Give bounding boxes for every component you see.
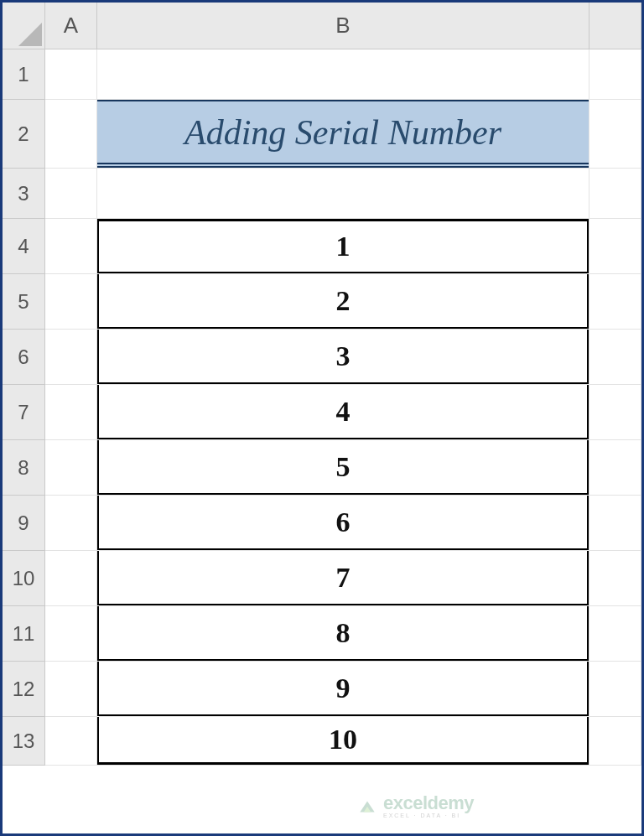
cell-B13[interactable]: 10 <box>97 717 589 766</box>
serial-value: 2 <box>97 274 589 329</box>
cell-B4[interactable]: 1 <box>97 219 589 274</box>
column-header-B[interactable]: B <box>97 3 589 49</box>
cell-C10[interactable] <box>589 551 641 606</box>
watermark: exceldemy EXCEL · DATA · BI <box>356 794 474 818</box>
cell-C9[interactable] <box>589 496 641 551</box>
serial-value: 10 <box>97 717 589 765</box>
cell-A13[interactable] <box>45 717 97 766</box>
cell-A5[interactable] <box>45 274 97 330</box>
row-header-13[interactable]: 13 <box>3 717 45 766</box>
cell-B6[interactable]: 3 <box>97 330 589 385</box>
serial-value: 7 <box>97 551 589 605</box>
cell-B12[interactable]: 9 <box>97 662 589 717</box>
cell-B11[interactable]: 8 <box>97 606 589 662</box>
column-header-C[interactable] <box>589 3 641 49</box>
cell-C7[interactable] <box>589 385 641 440</box>
row-header-1[interactable]: 1 <box>3 49 45 100</box>
svg-marker-0 <box>18 23 42 46</box>
row-header-8[interactable]: 8 <box>3 440 45 496</box>
cell-A12[interactable] <box>45 662 97 717</box>
row-header-9[interactable]: 9 <box>3 496 45 551</box>
row-header-12[interactable]: 12 <box>3 662 45 717</box>
serial-value: 5 <box>97 440 589 495</box>
cell-A8[interactable] <box>45 440 97 496</box>
cell-C2[interactable] <box>589 100 641 169</box>
cell-C6[interactable] <box>589 330 641 385</box>
cell-B7[interactable]: 4 <box>97 385 589 440</box>
cell-C12[interactable] <box>589 662 641 717</box>
cell-A11[interactable] <box>45 606 97 662</box>
column-header-A[interactable]: A <box>45 3 97 49</box>
cell-B10[interactable]: 7 <box>97 551 589 606</box>
cell-C1[interactable] <box>589 49 641 100</box>
row-header-7[interactable]: 7 <box>3 385 45 440</box>
row-header-6[interactable]: 6 <box>3 330 45 385</box>
row-header-10[interactable]: 10 <box>3 551 45 606</box>
spreadsheet-grid: A B 1 2 Adding Serial Number 3 4 1 5 2 <box>3 3 641 766</box>
row-header-5[interactable]: 5 <box>3 274 45 330</box>
cell-C3[interactable] <box>589 169 641 219</box>
cell-B9[interactable]: 6 <box>97 496 589 551</box>
cell-B1[interactable] <box>97 49 589 100</box>
watermark-main: exceldemy <box>383 794 474 813</box>
serial-value: 3 <box>97 330 589 384</box>
spreadsheet-frame: A B 1 2 Adding Serial Number 3 4 1 5 2 <box>0 0 644 836</box>
serial-value: 9 <box>97 662 589 716</box>
cell-C11[interactable] <box>589 606 641 662</box>
cell-A1[interactable] <box>45 49 97 100</box>
serial-value: 4 <box>97 385 589 439</box>
cell-B2[interactable]: Adding Serial Number <box>97 100 589 169</box>
serial-value: 8 <box>97 606 589 661</box>
row-header-2[interactable]: 2 <box>3 100 45 169</box>
serial-value: 6 <box>97 496 589 550</box>
serial-value: 1 <box>97 219 589 273</box>
cell-A9[interactable] <box>45 496 97 551</box>
cell-C4[interactable] <box>589 219 641 274</box>
cell-A7[interactable] <box>45 385 97 440</box>
cell-A10[interactable] <box>45 551 97 606</box>
cell-A6[interactable] <box>45 330 97 385</box>
cell-B8[interactable]: 5 <box>97 440 589 496</box>
select-all-icon <box>18 23 42 46</box>
cell-B3[interactable] <box>97 169 589 219</box>
cell-C5[interactable] <box>589 274 641 330</box>
row-header-3[interactable]: 3 <box>3 169 45 219</box>
title-banner: Adding Serial Number <box>97 100 589 168</box>
row-header-4[interactable]: 4 <box>3 219 45 274</box>
logo-icon <box>356 796 378 818</box>
cell-C13[interactable] <box>589 717 641 766</box>
watermark-sub: EXCEL · DATA · BI <box>383 813 474 818</box>
cell-A3[interactable] <box>45 169 97 219</box>
cell-A2[interactable] <box>45 100 97 169</box>
row-header-11[interactable]: 11 <box>3 606 45 662</box>
select-all-corner[interactable] <box>3 3 45 49</box>
cell-C8[interactable] <box>589 440 641 496</box>
cell-A4[interactable] <box>45 219 97 274</box>
cell-B5[interactable]: 2 <box>97 274 589 330</box>
